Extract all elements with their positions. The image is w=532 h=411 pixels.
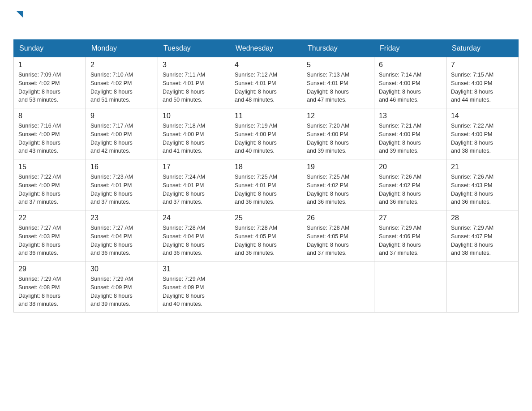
col-header-monday: Monday (86, 40, 158, 57)
calendar-cell: 30 Sunrise: 7:29 AM Sunset: 4:09 PM Dayl… (86, 261, 158, 313)
day-number: 10 (163, 112, 225, 120)
day-number: 24 (163, 214, 225, 222)
calendar-cell: 31 Sunrise: 7:29 AM Sunset: 4:09 PM Dayl… (158, 261, 230, 313)
svg-marker-0 (16, 11, 23, 18)
calendar-week-row: 22 Sunrise: 7:27 AM Sunset: 4:03 PM Dayl… (14, 210, 519, 261)
day-info: Sunrise: 7:09 AM Sunset: 4:02 PM Dayligh… (18, 71, 81, 104)
day-info: Sunrise: 7:20 AM Sunset: 4:00 PM Dayligh… (307, 122, 369, 155)
day-info: Sunrise: 7:27 AM Sunset: 4:03 PM Dayligh… (18, 224, 81, 257)
day-number: 30 (90, 265, 153, 273)
day-info: Sunrise: 7:29 AM Sunset: 4:09 PM Dayligh… (90, 275, 153, 308)
day-number: 6 (379, 61, 442, 69)
day-number: 18 (235, 163, 297, 171)
day-info: Sunrise: 7:22 AM Sunset: 4:00 PM Dayligh… (451, 122, 514, 155)
day-number: 1 (18, 61, 81, 69)
calendar-cell: 21 Sunrise: 7:26 AM Sunset: 4:03 PM Dayl… (446, 159, 519, 210)
calendar-cell: 17 Sunrise: 7:24 AM Sunset: 4:01 PM Dayl… (158, 159, 230, 210)
day-info: Sunrise: 7:13 AM Sunset: 4:01 PM Dayligh… (307, 71, 369, 104)
day-info: Sunrise: 7:26 AM Sunset: 4:03 PM Dayligh… (451, 173, 514, 206)
col-header-tuesday: Tuesday (158, 40, 230, 57)
calendar-cell: 4 Sunrise: 7:12 AM Sunset: 4:01 PM Dayli… (230, 57, 302, 108)
day-info: Sunrise: 7:29 AM Sunset: 4:09 PM Dayligh… (163, 275, 225, 308)
calendar-week-row: 29 Sunrise: 7:29 AM Sunset: 4:08 PM Dayl… (14, 261, 519, 313)
day-info: Sunrise: 7:22 AM Sunset: 4:00 PM Dayligh… (18, 173, 81, 206)
day-info: Sunrise: 7:21 AM Sunset: 4:00 PM Dayligh… (379, 122, 442, 155)
day-info: Sunrise: 7:29 AM Sunset: 4:07 PM Dayligh… (451, 224, 514, 257)
col-header-friday: Friday (374, 40, 446, 57)
day-info: Sunrise: 7:24 AM Sunset: 4:01 PM Dayligh… (163, 173, 225, 206)
day-number: 3 (163, 61, 225, 69)
calendar-cell: 22 Sunrise: 7:27 AM Sunset: 4:03 PM Dayl… (14, 210, 86, 261)
calendar-cell: 19 Sunrise: 7:25 AM Sunset: 4:02 PM Dayl… (302, 159, 374, 210)
col-header-sunday: Sunday (14, 40, 86, 57)
col-header-saturday: Saturday (446, 40, 519, 57)
calendar-cell: 25 Sunrise: 7:28 AM Sunset: 4:05 PM Dayl… (230, 210, 302, 261)
logo (13, 9, 25, 30)
day-number: 31 (163, 265, 225, 273)
day-number: 27 (379, 214, 442, 222)
calendar-cell: 18 Sunrise: 7:25 AM Sunset: 4:01 PM Dayl… (230, 159, 302, 210)
day-number: 25 (235, 214, 297, 222)
calendar-cell: 20 Sunrise: 7:26 AM Sunset: 4:02 PM Dayl… (374, 159, 446, 210)
day-info: Sunrise: 7:17 AM Sunset: 4:00 PM Dayligh… (90, 122, 153, 155)
day-number: 29 (18, 265, 81, 273)
day-number: 14 (451, 112, 514, 120)
day-info: Sunrise: 7:29 AM Sunset: 4:08 PM Dayligh… (18, 275, 81, 308)
day-number: 19 (307, 163, 369, 171)
calendar-cell: 26 Sunrise: 7:28 AM Sunset: 4:05 PM Dayl… (302, 210, 374, 261)
day-info: Sunrise: 7:29 AM Sunset: 4:06 PM Dayligh… (379, 224, 442, 257)
day-number: 4 (235, 61, 297, 69)
calendar-cell: 29 Sunrise: 7:29 AM Sunset: 4:08 PM Dayl… (14, 261, 86, 313)
calendar-cell: 5 Sunrise: 7:13 AM Sunset: 4:01 PM Dayli… (302, 57, 374, 108)
day-info: Sunrise: 7:27 AM Sunset: 4:04 PM Dayligh… (90, 224, 153, 257)
calendar-cell: 27 Sunrise: 7:29 AM Sunset: 4:06 PM Dayl… (374, 210, 446, 261)
day-info: Sunrise: 7:10 AM Sunset: 4:02 PM Dayligh… (90, 71, 153, 104)
day-number: 5 (307, 61, 369, 69)
calendar-cell: 16 Sunrise: 7:23 AM Sunset: 4:01 PM Dayl… (86, 159, 158, 210)
calendar-cell: 24 Sunrise: 7:28 AM Sunset: 4:04 PM Dayl… (158, 210, 230, 261)
calendar-cell (374, 261, 446, 313)
day-number: 9 (90, 112, 153, 120)
day-info: Sunrise: 7:23 AM Sunset: 4:01 PM Dayligh… (90, 173, 153, 206)
day-number: 8 (18, 112, 81, 120)
day-number: 17 (163, 163, 225, 171)
calendar-cell: 23 Sunrise: 7:27 AM Sunset: 4:04 PM Dayl… (86, 210, 158, 261)
day-number: 26 (307, 214, 369, 222)
day-info: Sunrise: 7:28 AM Sunset: 4:05 PM Dayligh… (235, 224, 297, 257)
day-number: 15 (18, 163, 81, 171)
calendar-cell: 2 Sunrise: 7:10 AM Sunset: 4:02 PM Dayli… (86, 57, 158, 108)
calendar-cell: 8 Sunrise: 7:16 AM Sunset: 4:00 PM Dayli… (14, 108, 86, 159)
day-number: 20 (379, 163, 442, 171)
calendar-cell: 7 Sunrise: 7:15 AM Sunset: 4:00 PM Dayli… (446, 57, 519, 108)
day-info: Sunrise: 7:12 AM Sunset: 4:01 PM Dayligh… (235, 71, 297, 104)
calendar-cell: 13 Sunrise: 7:21 AM Sunset: 4:00 PM Dayl… (374, 108, 446, 159)
calendar-cell: 3 Sunrise: 7:11 AM Sunset: 4:01 PM Dayli… (158, 57, 230, 108)
calendar-cell (230, 261, 302, 313)
calendar-cell: 9 Sunrise: 7:17 AM Sunset: 4:00 PM Dayli… (86, 108, 158, 159)
calendar-cell: 28 Sunrise: 7:29 AM Sunset: 4:07 PM Dayl… (446, 210, 519, 261)
calendar-cell (302, 261, 374, 313)
day-info: Sunrise: 7:26 AM Sunset: 4:02 PM Dayligh… (379, 173, 442, 206)
calendar-cell (446, 261, 519, 313)
day-info: Sunrise: 7:18 AM Sunset: 4:00 PM Dayligh… (163, 122, 225, 155)
day-info: Sunrise: 7:28 AM Sunset: 4:05 PM Dayligh… (307, 224, 369, 257)
day-info: Sunrise: 7:11 AM Sunset: 4:01 PM Dayligh… (163, 71, 225, 104)
day-number: 13 (379, 112, 442, 120)
calendar-cell: 14 Sunrise: 7:22 AM Sunset: 4:00 PM Dayl… (446, 108, 519, 159)
day-number: 7 (451, 61, 514, 69)
logo-triangle-icon (14, 9, 25, 20)
col-header-wednesday: Wednesday (230, 40, 302, 57)
day-info: Sunrise: 7:14 AM Sunset: 4:00 PM Dayligh… (379, 71, 442, 104)
calendar-week-row: 15 Sunrise: 7:22 AM Sunset: 4:00 PM Dayl… (14, 159, 519, 210)
page-header (13, 9, 519, 30)
calendar-cell: 6 Sunrise: 7:14 AM Sunset: 4:00 PM Dayli… (374, 57, 446, 108)
calendar-table: SundayMondayTuesdayWednesdayThursdayFrid… (13, 39, 519, 313)
calendar-cell: 11 Sunrise: 7:19 AM Sunset: 4:00 PM Dayl… (230, 108, 302, 159)
day-number: 2 (90, 61, 153, 69)
day-number: 23 (90, 214, 153, 222)
calendar-cell: 15 Sunrise: 7:22 AM Sunset: 4:00 PM Dayl… (14, 159, 86, 210)
calendar-week-row: 8 Sunrise: 7:16 AM Sunset: 4:00 PM Dayli… (14, 108, 519, 159)
day-info: Sunrise: 7:16 AM Sunset: 4:00 PM Dayligh… (18, 122, 81, 155)
calendar-week-row: 1 Sunrise: 7:09 AM Sunset: 4:02 PM Dayli… (14, 57, 519, 108)
day-number: 11 (235, 112, 297, 120)
